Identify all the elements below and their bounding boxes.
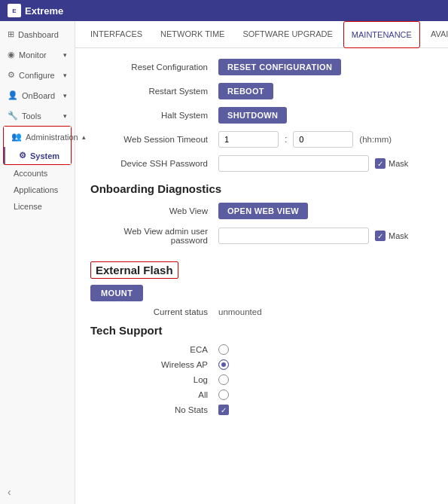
configure-icon: ⚙ [8,70,15,80]
app-name: Extreme [25,5,63,17]
sidebar-item-monitor[interactable]: ◉ Monitor ▾ [0,44,75,65]
eca-radio-row: ECA [90,344,433,355]
device-ssh-label: Device SSH Password [90,159,218,168]
sidebar-item-label: Monitor [19,50,47,60]
sidebar-collapse-button[interactable]: ‹ [0,480,75,504]
sidebar-item-label: License [14,202,42,211]
current-status-control: unmounted [218,307,433,316]
sidebar-item-label: Dashboard [18,30,59,39]
mount-row: MOUNT [90,285,433,301]
sidebar-item-applications[interactable]: Applications [0,182,75,198]
sidebar-item-dashboard[interactable]: ⊞ Dashboard [0,24,75,44]
open-web-view-button[interactable]: OPEN WEB VIEW [218,203,308,219]
log-label: Log [90,375,218,384]
web-session-timeout-row: Web Session Timeout : (hh:mm) [90,131,433,148]
web-view-control: OPEN WEB VIEW [218,203,433,219]
all-radio[interactable] [218,389,229,400]
sidebar-item-system[interactable]: ⚙ System [4,147,71,164]
external-flash-section-title: External Flash [90,261,178,279]
eca-radio[interactable] [218,344,229,355]
sidebar-item-label: OnBoard [22,91,55,100]
web-view-mask-area: ✓ Mask [375,231,408,241]
web-view-password-control: ✓ Mask [218,228,433,244]
top-bar: E Extreme [0,0,448,21]
device-ssh-input[interactable] [218,155,369,172]
halt-system-row: Halt System SHUTDOWN [90,107,433,124]
reset-config-control: RESET CONFIGURATION [218,59,433,75]
tab-interfaces[interactable]: INTERFACES [83,21,150,48]
mount-button[interactable]: MOUNT [90,285,143,301]
halt-system-control: SHUTDOWN [218,107,433,124]
sidebar-item-label: Accounts [14,169,47,178]
tab-maintenance[interactable]: MAINTENANCE [343,21,420,48]
main-panel: INTERFACES NETWORK TIME SOFTWARE UPGRADE… [75,21,448,504]
device-ssh-mask-checkbox[interactable]: ✓ [375,158,386,169]
halt-system-label: Halt System [90,111,218,120]
sidebar-item-label: System [30,151,59,160]
wireless-ap-radio-row: Wireless AP [90,359,433,370]
web-view-mask-checkbox[interactable]: ✓ [375,231,386,241]
sidebar: ⊞ Dashboard ◉ Monitor ▾ ⚙ Configure ▾ 👤 … [0,21,75,504]
system-icon: ⚙ [19,151,26,160]
wireless-ap-radio[interactable] [218,359,229,370]
all-label: All [90,390,218,399]
sidebar-item-license[interactable]: License [0,198,75,215]
mask-area: ✓ Mask [375,158,408,169]
chevron-down-icon: ▾ [63,72,67,79]
app-logo: E Extreme [8,4,63,17]
web-view-password-label: Web View admin user password [90,227,218,245]
log-radio-row: Log [90,374,433,385]
no-stats-row: No Stats ✓ [90,405,433,415]
tech-support-section-title: Tech Support [90,324,433,337]
current-status-label: Current status [90,307,218,316]
reset-configuration-button[interactable]: RESET CONFIGURATION [218,59,341,75]
device-ssh-control: ✓ Mask [218,155,433,172]
sidebar-item-label: Applications [14,185,58,194]
sidebar-item-configure[interactable]: ⚙ Configure ▾ [0,65,75,85]
no-stats-label: No Stats [90,405,218,414]
chevron-down-icon: ▾ [63,51,67,59]
timeout-format-label: (hh:mm) [359,135,392,144]
device-ssh-row: Device SSH Password ✓ Mask [90,155,433,172]
extreme-icon: E [8,4,21,17]
wireless-ap-label: Wireless AP [90,360,218,369]
sidebar-item-administration[interactable]: 👥 Administration ▴ [4,127,71,147]
timeout-hours-input[interactable] [218,131,279,148]
web-session-control: : (hh:mm) [218,131,433,148]
content-area: Reset Configuration RESET CONFIGURATION … [75,48,448,504]
timeout-separator: : [285,134,287,145]
sidebar-item-label: Administration [26,133,78,142]
restart-system-label: Restart System [90,87,218,96]
nav-tabs: INTERFACES NETWORK TIME SOFTWARE UPGRADE… [75,21,448,48]
no-stats-checkbox[interactable]: ✓ [218,405,229,415]
tools-icon: 🔧 [8,111,18,121]
sidebar-item-accounts[interactable]: Accounts [0,165,75,182]
sidebar-item-label: Configure [19,71,55,80]
tab-software-upgrade[interactable]: SOFTWARE UPGRADE [235,21,340,48]
shutdown-button[interactable]: SHUTDOWN [218,107,287,124]
current-status-row: Current status unmounted [90,307,433,316]
current-status-value: unmounted [218,307,262,316]
log-radio[interactable] [218,374,229,385]
tab-network-time[interactable]: NETWORK TIME [153,21,232,48]
monitor-icon: ◉ [8,50,15,60]
web-view-mask-label: Mask [389,231,408,240]
reboot-button[interactable]: REBOOT [218,83,273,99]
chevron-down-icon: ▾ [63,112,67,120]
sidebar-item-tools[interactable]: 🔧 Tools ▾ [0,105,75,126]
device-ssh-mask-label: Mask [389,159,408,168]
web-view-password-input[interactable] [218,228,369,244]
eca-label: ECA [90,345,218,354]
tab-availability[interactable]: AVAILABILITY [423,21,448,48]
dashboard-icon: ⊞ [8,29,14,39]
web-session-label: Web Session Timeout [90,135,218,144]
sidebar-item-label: Tools [22,111,41,121]
restart-system-row: Restart System REBOOT [90,83,433,99]
sidebar-item-onboard[interactable]: 👤 OnBoard ▾ [0,85,75,105]
reset-config-label: Reset Configuration [90,63,218,72]
web-view-label: Web View [90,206,218,215]
timeout-minutes-input[interactable] [293,131,353,148]
chevron-down-icon: ▾ [63,92,67,99]
web-view-password-row: Web View admin user password ✓ Mask [90,227,433,245]
reset-config-row: Reset Configuration RESET CONFIGURATION [90,59,433,75]
